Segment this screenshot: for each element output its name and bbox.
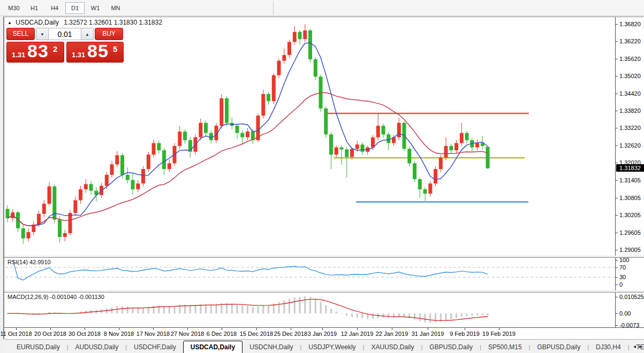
triangle-down-icon: ▼: [40, 32, 44, 37]
date-label: 12 Jan 2019: [338, 331, 376, 337]
buy-price-pip: 5: [113, 44, 117, 53]
price-tick-label: 1.33220: [619, 125, 641, 131]
chart-tab-usdchf[interactable]: USDCHF,Daily: [127, 341, 183, 353]
price-tick-label: 1.32620: [619, 142, 641, 149]
volume-input[interactable]: 0.01: [49, 28, 81, 40]
volume-decrease-button[interactable]: ▼: [36, 28, 49, 40]
macd-histogram: [7, 296, 489, 323]
buy-button[interactable]: BUY: [95, 28, 123, 40]
rsi-tick-label: 70: [619, 264, 626, 271]
timeframe-button-h4[interactable]: H4: [45, 2, 64, 14]
date-label: 30 Oct 2018: [66, 331, 103, 337]
date-label: 11 Oct 2018: [0, 331, 35, 337]
chart-tab-usdcad[interactable]: USDCAD,Daily: [183, 341, 243, 353]
timeframe-button-mn[interactable]: MN: [106, 2, 125, 14]
symbol-marker-icon[interactable]: ▲: [7, 20, 12, 25]
chart-tab-gbpusd[interactable]: GBPUSD,Daily: [422, 341, 480, 353]
date-tick: [322, 328, 323, 330]
rsi-tick-dash: [616, 277, 618, 278]
volume-increase-button[interactable]: ▲: [81, 28, 94, 40]
price-tick-dash: [616, 163, 618, 163]
timeframe-button-h1[interactable]: H1: [25, 2, 44, 14]
date-label: 8 Nov 2018: [100, 331, 138, 337]
price-axis[interactable]: 1.368201.362201.356201.350201.344201.338…: [615, 17, 644, 256]
price-tick-label: 1.34420: [619, 90, 641, 97]
date-tick: [153, 328, 154, 330]
timeframe-button-d1[interactable]: D1: [65, 2, 85, 14]
toolbar-separator: [273, 1, 274, 15]
date-tick: [392, 328, 392, 330]
price-tick-label: 1.35020: [619, 73, 641, 79]
date-tick: [357, 328, 358, 330]
chart-tab-gbpusd[interactable]: GBPUSD,Daily: [530, 341, 587, 353]
rsi-axis: 10070300: [615, 258, 644, 290]
chart-tab-dj30[interactable]: DJ30,H4: [589, 341, 628, 353]
price-tick-label: 1.30805: [619, 195, 641, 201]
date-label: 27 Nov 2018: [169, 331, 206, 337]
price-tick-dash: [616, 59, 618, 59]
ma-slow-line: [7, 93, 488, 226]
price-tick-label: 1.29005: [619, 247, 641, 253]
current-price-tag: 1.31832: [616, 164, 644, 172]
chart-symbol-label: USDCAD,Daily: [16, 19, 59, 26]
price-tick-dash: [616, 111, 618, 111]
timeframe-toolbar: M30H1H4D1W1MN: [0, 0, 644, 16]
rsi-tick-label: 0: [619, 281, 623, 288]
macd-label: MACD(12,26,9) -0.001040 -0.001130: [7, 294, 104, 300]
price-tick-label: 1.36220: [619, 38, 641, 44]
price-tick-dash: [616, 94, 618, 94]
price-tick-label: 1.33820: [619, 108, 641, 114]
chart-tab-usdcnh[interactable]: USDCNH,Daily: [243, 341, 300, 353]
price-tick-dash: [616, 145, 618, 146]
date-tick: [256, 328, 257, 330]
price-tick-dash: [616, 215, 618, 216]
macd-tick-label: 0.00: [619, 310, 631, 317]
trend-lines: [327, 113, 529, 202]
rsi-label: RSI(14) 42.9910: [7, 259, 51, 265]
chart-title: ▲ USDCAD,Daily 1.32572 1.32601 1.31830 1…: [7, 19, 162, 26]
rsi-tick-label: 30: [619, 274, 626, 280]
main-chart-panel: ▲ USDCAD,Daily 1.32572 1.32601 1.31830 1…: [4, 17, 644, 256]
date-label: 3 Jan 2019: [304, 331, 341, 337]
date-label: 17 Nov 2018: [134, 331, 172, 337]
chart-tab-eurusd[interactable]: EURUSD,Daily: [10, 341, 67, 353]
buy-price-button[interactable]: 1.31 85 5: [66, 42, 124, 63]
macd-tick-dash: [616, 313, 618, 314]
tab-scroll-right-icon[interactable]: ▸: [639, 343, 642, 349]
rsi-chart: [4, 258, 615, 290]
price-tick-dash: [616, 41, 618, 42]
date-label: 15 Dec 2018: [238, 331, 275, 337]
rsi-tick-dash: [616, 267, 618, 268]
date-label: 22 Jan 2019: [373, 331, 411, 337]
tab-scroll-left-icon[interactable]: ◂: [633, 343, 636, 349]
rsi-tick-dash: [616, 285, 618, 285]
price-tick-dash: [616, 128, 618, 128]
rsi-tick-dash: [616, 260, 618, 260]
chart-tab-sp500[interactable]: SP500,M15: [481, 341, 529, 353]
date-label: 19 Feb 2019: [480, 331, 518, 337]
price-tick-dash: [616, 180, 618, 181]
chart-tab-usdjpy[interactable]: USDJPY,Weekly: [301, 341, 362, 353]
date-tick: [50, 328, 51, 330]
date-tick: [222, 328, 222, 330]
chart-tab-audusd[interactable]: AUDUSD,Daily: [69, 341, 126, 353]
timeframe-button-w1[interactable]: W1: [86, 2, 105, 14]
price-tick-dash: [616, 76, 618, 76]
date-tick: [187, 328, 188, 330]
chart-tab-xauusd[interactable]: XAUUSD,Daily: [364, 341, 421, 353]
date-tick: [85, 328, 85, 330]
macd-axis: 0.0105250.00-0.0073: [615, 293, 644, 327]
date-tick: [465, 328, 465, 330]
timeframe-button-m30[interactable]: M30: [4, 2, 24, 14]
sell-button[interactable]: SELL: [6, 28, 35, 40]
chart-window: ▲ USDCAD,Daily 1.32572 1.32601 1.31830 1…: [3, 17, 644, 339]
date-tick: [291, 328, 291, 330]
chart-ohlc-values: 1.32572 1.32601 1.31830 1.31832: [64, 19, 162, 26]
main-chart-plot[interactable]: ▲ USDCAD,Daily 1.32572 1.32601 1.31830 1…: [4, 17, 615, 256]
buy-price-prefix: 1.31: [72, 51, 85, 59]
date-axis[interactable]: 11 Oct 201820 Oct 201830 Oct 20188 Nov 2…: [4, 327, 644, 339]
price-tick-dash: [616, 198, 618, 198]
triangle-up-icon: ▲: [85, 32, 89, 37]
price-tick-dash: [616, 250, 618, 250]
sell-price-button[interactable]: 1.31 83 2: [6, 42, 64, 63]
